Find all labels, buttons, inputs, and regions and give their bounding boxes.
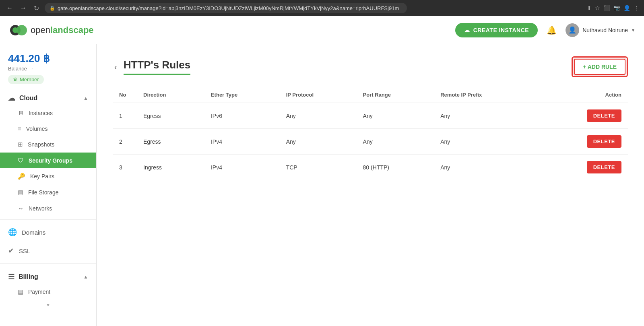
page-title: HTTP's Rules [124,59,191,75]
user-menu[interactable]: 👤 Nuthavud Noirune ▾ [566,23,634,37]
rules-table: No Direction Ether Type IP Protocol Port… [113,87,628,180]
rules-table-body: 1 Egress IPv6 Any Any Any DELETE 2 Egres… [113,103,628,180]
member-badge: ♛ Member [8,75,44,84]
sidebar-divider-1 [0,219,96,220]
cell-remote-ip-1: Any [434,129,537,155]
delete-button-0[interactable]: DELETE [587,109,621,122]
instances-label: Instances [29,110,53,116]
cell-remote-ip-0: Any [434,103,537,129]
sidebar-item-instances[interactable]: 🖥 Instances [0,105,96,121]
add-rule-button[interactable]: + ADD RULE [574,59,625,75]
chevron-down-icon: ▾ [632,27,634,33]
back-nav-button[interactable]: ← [5,3,14,13]
notifications-button[interactable]: 🔔 [544,23,559,37]
share-icon[interactable]: ⬆ [587,5,592,11]
sidebar-item-networks[interactable]: ↔ Networks [0,200,96,216]
add-rule-label: + ADD RULE [583,64,617,70]
col-ether-type: Ether Type [204,87,280,103]
logo-landscape: landscape [50,25,94,35]
avatar-icon: 👤 [568,26,576,34]
cell-action-2: DELETE [537,155,628,180]
logo-text: openlandscape [31,25,94,35]
logo-area: openlandscape [10,25,106,36]
billing-section-header[interactable]: ☰ Billing ▲ [0,267,96,284]
cell-ether-type-1: IPv4 [204,129,280,155]
table-row: 1 Egress IPv6 Any Any Any DELETE [113,103,628,129]
table-header-row: No Direction Ether Type IP Protocol Port… [113,87,628,103]
lock-icon: 🔒 [50,6,55,11]
domains-icon: 🌐 [8,228,17,237]
volumes-label: Volumes [26,126,48,132]
cell-remote-ip-2: Any [434,155,537,180]
col-direction: Direction [137,87,204,103]
url-bar[interactable]: 🔒 gate.openlandscape.cloud/security/mana… [45,3,407,13]
sidebar-item-security-groups[interactable]: 🛡 Security Groups [0,153,96,168]
sidebar: 441.20 ฿ Balance → ♛ Member ☁ Cloud ▲ 🖥 … [0,44,97,326]
sidebar-item-key-pairs[interactable]: 🔑 Key Pairs [0,168,96,184]
browser-bar: ← → ↻ 🔒 gate.openlandscape.cloud/securit… [0,0,644,16]
ssl-label: SSL [19,248,30,254]
col-remote-ip: Remote IP Prefix [434,87,537,103]
file-storage-label: File Storage [28,189,58,196]
crown-icon: ♛ [13,76,18,83]
file-storage-icon: ▤ [18,189,23,196]
sidebar-item-domains[interactable]: 🌐 Domains [0,223,96,241]
refresh-nav-button[interactable]: ↻ [32,3,41,14]
menu-icon[interactable]: ⋮ [634,5,639,11]
cell-direction-0: Egress [137,103,204,129]
ssl-icon: ✔ [8,246,14,255]
sidebar-item-payment[interactable]: ▤ Payment [0,284,96,300]
domains-label: Domains [22,229,45,236]
avatar: 👤 [566,23,579,37]
networks-label: Networks [29,205,52,212]
cell-no-1: 2 [113,129,137,155]
logo-open: open [31,25,50,35]
profile-icon[interactable]: 👤 [623,5,630,11]
create-instance-label: CREATE INSTANCE [473,27,529,33]
cell-no-2: 3 [113,155,137,180]
balance-link[interactable]: Balance → [8,66,88,72]
create-instance-button[interactable]: ☁ CREATE INSTANCE [455,23,538,37]
cloud-section-header[interactable]: ☁ Cloud ▲ [0,88,96,105]
camera-icon[interactable]: 📷 [613,5,620,11]
extensions-icon[interactable]: ⬛ [603,5,610,11]
cell-ip-protocol-2: TCP [280,155,357,180]
delete-button-1[interactable]: DELETE [587,135,621,148]
key-pairs-label: Key Pairs [30,173,54,180]
main-layout: 441.20 ฿ Balance → ♛ Member ☁ Cloud ▲ 🖥 … [0,44,644,326]
bookmark-icon[interactable]: ☆ [595,5,600,11]
instances-icon: 🖥 [18,109,24,116]
forward-nav-button[interactable]: → [19,3,28,13]
svg-point-2 [12,27,18,33]
sidebar-item-ssl[interactable]: ✔ SSL [0,241,96,260]
table-row: 3 Ingress IPv4 TCP 80 (HTTP) Any DELETE [113,155,628,180]
cell-port-range-2: 80 (HTTP) [357,155,434,180]
add-rule-highlight: + ADD RULE [572,56,628,77]
cell-action-1: DELETE [537,129,628,155]
browser-actions: ⬆ ☆ ⬛ 📷 👤 ⋮ [587,5,639,11]
cell-port-range-1: Any [357,129,434,155]
cell-no-0: 1 [113,103,137,129]
sidebar-divider-2 [0,263,96,264]
billing-label: Billing [19,273,38,281]
header-right: ☁ CREATE INSTANCE 🔔 👤 Nuthavud Noirune ▾ [455,23,634,37]
cell-direction-2: Ingress [137,155,204,180]
cloud-icon: ☁ [464,27,470,33]
snapshots-label: Snapshots [28,141,54,148]
sidebar-item-snapshots[interactable]: ⊞ Snapshots [0,136,96,153]
key-pairs-icon: 🔑 [18,173,25,180]
app-container: openlandscape ☁ CREATE INSTANCE 🔔 👤 Nuth… [0,16,644,326]
col-port-range: Port Range [357,87,434,103]
bell-icon: 🔔 [547,26,557,35]
cell-ip-protocol-1: Any [280,129,357,155]
back-button[interactable]: ‹ [113,61,119,73]
sidebar-item-file-storage[interactable]: ▤ File Storage [0,184,96,200]
billing-section-title: ☰ Billing [8,272,38,281]
sidebar-item-volumes[interactable]: ≡ Volumes [0,121,96,136]
payment-label: Payment [28,289,50,295]
sidebar-balance-section: 441.20 ฿ Balance → ♛ Member [0,44,96,88]
delete-button-2[interactable]: DELETE [587,161,621,173]
url-text: gate.openlandscape.cloud/security/manage… [58,5,399,11]
cloud-section-title: ☁ Cloud [8,94,37,103]
username-label: Nuthavud Noirune [582,27,628,33]
